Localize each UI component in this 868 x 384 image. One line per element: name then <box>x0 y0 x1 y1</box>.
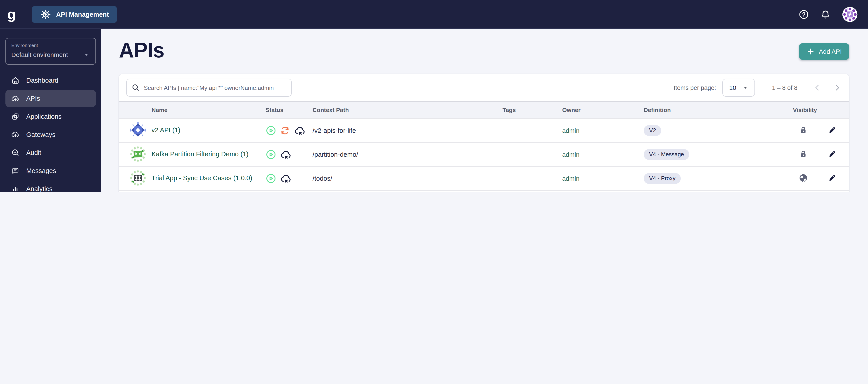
api-owner: admin <box>562 167 644 190</box>
analytics-icon <box>11 184 20 192</box>
user-menu-button[interactable] <box>842 6 858 22</box>
edit-api-button[interactable] <box>827 149 837 159</box>
user-avatar <box>842 6 858 22</box>
pencil-icon <box>827 149 837 159</box>
api-owner: admin <box>562 118 644 143</box>
api-owner: admin <box>562 143 644 167</box>
gravitee-logo: g <box>7 8 24 21</box>
col-header-context-path: Context Path <box>313 101 502 118</box>
col-header-name: Name <box>148 101 266 118</box>
sidebar-item-label: Gateways <box>26 131 55 138</box>
api-name-link[interactable]: v2 API (1) <box>152 126 180 135</box>
pencil-icon <box>827 173 837 183</box>
notifications-button[interactable] <box>820 9 831 20</box>
app-root: g API Management Environment Default env… <box>0 0 868 192</box>
sidebar-item-gateways[interactable]: Gateways <box>5 126 96 143</box>
api-context-path: /v2-apis-for-life <box>313 118 502 143</box>
api-table-row: Kafka Partition Filtering Demo (1)/parti… <box>119 143 849 167</box>
private-lock-icon <box>798 125 808 135</box>
api-started-status-icon <box>266 125 276 136</box>
search-input[interactable] <box>126 79 292 97</box>
sidebar-item-analytics[interactable]: Analytics <box>5 180 96 192</box>
api-tags <box>502 190 562 192</box>
previous-page-button[interactable] <box>813 83 822 92</box>
col-header-definition: Definition <box>644 101 793 118</box>
pagination-range: 1 – 8 of 8 <box>772 84 798 91</box>
definition-badge: V4 - Proxy <box>644 173 681 184</box>
api-name-link[interactable]: Kafka Partition Filtering Demo (1) <box>152 150 249 159</box>
apps-icon <box>11 112 20 121</box>
plus-icon <box>807 47 815 56</box>
items-per-page-select[interactable]: 10 <box>722 79 755 97</box>
search-box <box>126 79 292 97</box>
col-header-owner: Owner <box>562 101 644 118</box>
environment-select[interactable]: Environment Default environment <box>5 38 96 65</box>
api-started-status-icon <box>266 149 276 160</box>
apis-table: Name Status Context Path Tags Owner Defi… <box>119 101 849 192</box>
col-header-avatar <box>119 101 148 118</box>
chevron-right-icon <box>833 83 842 92</box>
private-lock-icon <box>798 149 808 159</box>
api-started-status-icon <box>266 173 276 184</box>
items-per-page-label: Items per page: <box>674 84 716 91</box>
api-table-row: v2 API (1)/v2-apis-for-lifeadminV2 <box>119 118 849 143</box>
out-of-sync-status-icon <box>280 125 290 136</box>
page-title: APIs <box>119 38 164 62</box>
sidebar-item-label: Dashboard <box>26 77 58 84</box>
search-icon <box>131 83 140 92</box>
col-header-actions <box>827 101 849 118</box>
page-header: APIs Add API <box>119 34 849 62</box>
api-avatar <box>129 169 147 187</box>
sidebar-item-label: Analytics <box>26 185 53 192</box>
edit-api-button[interactable] <box>827 173 837 183</box>
api-context-path: /todos/ <box>313 167 502 190</box>
table-toolbar: Items per page: 10 1 – 8 of 8 <box>119 74 849 101</box>
product-label: API Management <box>56 11 109 18</box>
help-icon <box>798 9 809 20</box>
top-bar: g API Management <box>0 0 868 29</box>
sidebar-item-apis[interactable]: APIs <box>5 90 96 107</box>
api-context-path: /partition-demo/ <box>313 143 502 167</box>
add-api-button[interactable]: Add API <box>800 43 849 60</box>
message-icon <box>11 166 20 175</box>
product-switcher-api-management[interactable]: API Management <box>32 6 117 23</box>
chevron-down-icon <box>742 84 749 91</box>
environment-label: Environment <box>11 42 90 48</box>
edit-api-button[interactable] <box>827 125 837 135</box>
not-deployed-status-icon <box>280 173 291 184</box>
sidebar-item-audit[interactable]: Audit <box>5 144 96 161</box>
sidebar-item-label: Messages <box>26 167 56 174</box>
api-context-path: /stock-market/ <box>313 190 502 192</box>
sidebar-item-label: Applications <box>26 113 62 120</box>
chevron-down-icon <box>83 51 90 58</box>
cloud-down-icon <box>11 130 20 139</box>
table-header-row: Name Status Context Path Tags Owner Defi… <box>119 101 849 118</box>
paginator: Items per page: 10 1 – 8 of 8 <box>674 79 842 97</box>
help-button[interactable] <box>798 9 809 20</box>
col-header-status: Status <box>266 101 313 118</box>
cloud-up-icon <box>11 94 20 103</box>
sidebar-item-label: Audit <box>26 149 41 156</box>
definition-badge: V2 <box>644 125 661 136</box>
topbar-actions <box>798 6 858 22</box>
not-deployed-status-icon <box>280 149 291 161</box>
api-status <box>266 173 313 184</box>
col-header-visibility: Visibility <box>793 101 827 118</box>
next-page-button[interactable] <box>833 83 842 92</box>
api-table-row: Kafka Stock Market (1)/stock-market/admi… <box>119 190 849 192</box>
add-api-label: Add API <box>819 48 842 55</box>
api-management-gear-icon <box>40 8 52 20</box>
sidebar-item-label: APIs <box>26 95 40 102</box>
api-status <box>266 149 313 161</box>
api-avatar <box>129 145 147 163</box>
notifications-bell-icon <box>820 9 831 20</box>
home-icon <box>11 76 20 85</box>
sidebar-item-messages[interactable]: Messages <box>5 162 96 179</box>
sidebar-item-applications[interactable]: Applications <box>5 108 96 125</box>
not-deployed-status-icon <box>293 125 305 136</box>
api-name-link[interactable]: Trial App - Sync Use Cases (1.0.0) <box>152 174 252 183</box>
audit-icon <box>11 148 20 157</box>
definition-badge: V4 - Message <box>644 149 689 160</box>
environment-value: Default environment <box>11 51 68 58</box>
sidebar-item-dashboard[interactable]: Dashboard <box>5 72 96 89</box>
